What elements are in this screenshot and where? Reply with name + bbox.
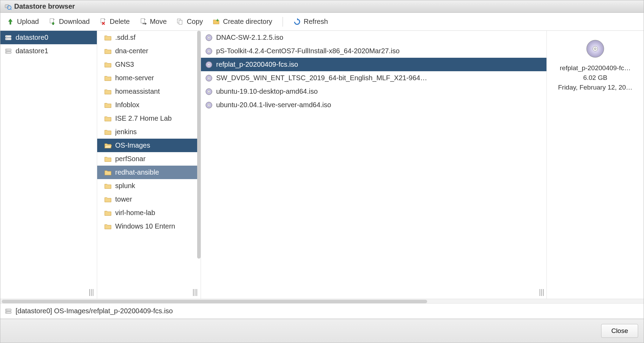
- file-item[interactable]: refplat_p-20200409-fcs.iso: [201, 58, 546, 71]
- disc-icon: [205, 34, 213, 41]
- move-button[interactable]: Move: [138, 16, 168, 27]
- svg-rect-10: [6, 35, 11, 37]
- column-resize-grip[interactable]: [192, 288, 198, 297]
- folder-item[interactable]: dna-center: [97, 44, 201, 58]
- folder-label: GNS3: [115, 61, 134, 68]
- delete-button[interactable]: Delete: [98, 16, 131, 27]
- horizontal-scrollbar[interactable]: [0, 299, 644, 304]
- toolbar: Upload Download Delete Move Copy: [0, 13, 644, 31]
- file-item[interactable]: ubuntu-19.10-desktop-amd64.iso: [201, 85, 546, 98]
- upload-button[interactable]: Upload: [5, 16, 40, 27]
- file-item[interactable]: pS-Toolkit-4.2.4-CentOS7-FullInstall-x86…: [201, 44, 546, 58]
- folder-label: perfSonar: [115, 155, 146, 163]
- datastore-column: datastore0datastore1: [0, 31, 97, 299]
- folder-column: .sdd.sfdna-centerGNS3home-serverhomeassi…: [97, 31, 201, 299]
- svg-point-36: [7, 312, 7, 313]
- datastore-label: datastore1: [16, 47, 48, 55]
- copy-button[interactable]: Copy: [175, 16, 204, 27]
- move-label: Move: [150, 18, 167, 26]
- details-filename: refplat_p-20200409-fc…: [551, 64, 640, 72]
- svg-point-23: [208, 64, 210, 66]
- refresh-label: Refresh: [304, 18, 328, 26]
- folder-label: dna-center: [115, 47, 148, 55]
- folder-item[interactable]: ISE 2.7 Home Lab: [97, 112, 201, 125]
- details-size: 6.02 GB: [551, 74, 640, 82]
- folder-item[interactable]: tower: [97, 193, 201, 206]
- folder-item[interactable]: home-server: [97, 71, 201, 85]
- file-label: pS-Toolkit-4.2.4-CentOS7-FullInstall-x86…: [216, 47, 399, 55]
- details-panel: refplat_p-20200409-fc… 6.02 GB Friday, F…: [547, 31, 644, 299]
- datastore-item[interactable]: datastore1: [0, 44, 97, 58]
- folder-icon: [104, 34, 112, 41]
- refresh-button[interactable]: Refresh: [292, 16, 329, 27]
- folder-label: splunk: [115, 182, 135, 190]
- file-label: DNAC-SW-2.1.2.5.iso: [216, 34, 283, 41]
- folder-item[interactable]: OS-Images: [97, 139, 201, 152]
- folder-label: redhat-ansible: [115, 168, 159, 176]
- folder-label: tower: [115, 195, 132, 203]
- path-bar: [datastore0] OS-Images/refplat_p-2020040…: [0, 304, 644, 319]
- folder-item[interactable]: GNS3: [97, 58, 201, 71]
- folder-item[interactable]: perfSonar: [97, 152, 201, 166]
- folder-icon: [104, 47, 112, 55]
- folder-label: Infoblox: [115, 101, 139, 109]
- folder-icon: [104, 101, 112, 109]
- svg-rect-9: [216, 20, 219, 20]
- folder-item[interactable]: splunk: [97, 179, 201, 193]
- svg-rect-14: [6, 49, 11, 51]
- file-label: ubuntu-20.04.1-live-server-amd64.iso: [216, 101, 331, 109]
- create-directory-button[interactable]: Create directory: [211, 16, 274, 27]
- folder-icon: [104, 223, 112, 230]
- file-label: SW_DVD5_WIN_ENT_LTSC_2019_64-bit_English…: [216, 74, 427, 82]
- folder-item[interactable]: Infoblox: [97, 98, 201, 112]
- folder-icon: [104, 74, 112, 82]
- svg-point-32: [594, 48, 596, 50]
- svg-point-19: [208, 37, 210, 39]
- folder-item[interactable]: Windows 10 Entern: [97, 220, 201, 233]
- svg-rect-0: [5, 4, 9, 8]
- svg-rect-7: [179, 20, 182, 24]
- column-resize-grip[interactable]: [539, 288, 545, 297]
- delete-icon: [99, 18, 107, 26]
- svg-point-35: [7, 309, 7, 310]
- file-column: DNAC-SW-2.1.2.5.isopS-Toolkit-4.2.4-Cent…: [201, 31, 547, 299]
- upload-label: Upload: [17, 18, 39, 26]
- window-title: Datastore browser: [14, 2, 75, 10]
- file-label: ubuntu-19.10-desktop-amd64.iso: [216, 87, 318, 95]
- disc-icon: [551, 39, 640, 60]
- folder-item[interactable]: redhat-ansible: [97, 166, 201, 179]
- folder-label: jenkins: [115, 128, 137, 136]
- close-button[interactable]: Close: [601, 324, 638, 338]
- folder-icon: [104, 115, 112, 122]
- file-item[interactable]: DNAC-SW-2.1.2.5.iso: [201, 31, 546, 44]
- folder-item[interactable]: virl-home-lab: [97, 206, 201, 220]
- folder-item[interactable]: .sdd.sf: [97, 31, 201, 44]
- download-icon: [48, 18, 56, 26]
- scrollbar[interactable]: [197, 31, 201, 259]
- folder-label: Windows 10 Entern: [115, 222, 175, 230]
- disc-icon: [205, 74, 213, 82]
- datastore-browser-icon: [4, 3, 11, 10]
- folder-icon: [104, 128, 112, 136]
- folder-label: .sdd.sf: [115, 34, 136, 41]
- file-item[interactable]: SW_DVD5_WIN_ENT_LTSC_2019_64-bit_English…: [201, 71, 546, 85]
- datastore-item[interactable]: datastore0: [0, 31, 97, 44]
- copy-label: Copy: [187, 18, 203, 26]
- download-button[interactable]: Download: [47, 16, 91, 27]
- svg-point-29: [208, 104, 210, 106]
- datastore-label: datastore0: [16, 34, 48, 41]
- details-date: Friday, February 12, 20…: [551, 84, 640, 91]
- folder-item[interactable]: jenkins: [97, 125, 201, 139]
- scrollbar-thumb[interactable]: [2, 300, 427, 303]
- refresh-icon: [293, 18, 301, 26]
- column-resize-grip[interactable]: [88, 288, 94, 297]
- svg-rect-5: [141, 18, 145, 23]
- svg-point-16: [7, 49, 7, 50]
- folder-icon: [104, 169, 112, 176]
- folder-item[interactable]: homeassistant: [97, 85, 201, 98]
- titlebar: Datastore browser: [0, 0, 644, 13]
- file-item[interactable]: ubuntu-20.04.1-live-server-amd64.iso: [201, 98, 546, 112]
- svg-point-12: [7, 36, 7, 37]
- current-path: [datastore0] OS-Images/refplat_p-2020040…: [16, 307, 173, 315]
- copy-icon: [176, 18, 184, 26]
